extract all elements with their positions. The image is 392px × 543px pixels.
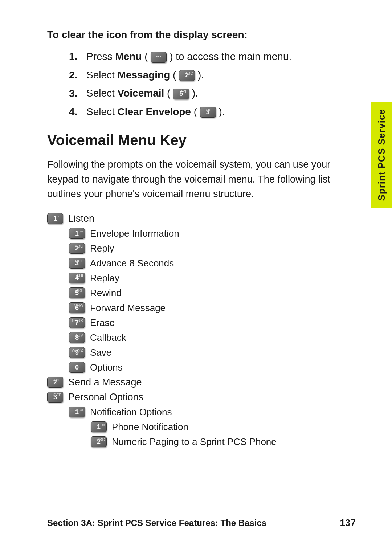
step-3: 3. Select Voicemail ( 5JKL ). [69,87,356,99]
voicemail-key: 5JKL [173,89,189,99]
key-personal-options: 3DEF [47,392,63,403]
menu-erase-label: Erase [90,317,115,328]
menu-notification-options: 1∞ Notification Options [69,407,356,418]
menu-envelope-info: 1∞ Envelope Information [69,228,356,239]
menu-advance: 3DEF Advance 8 Seconds [69,258,356,269]
menu-numeric-paging: 2ABC Numeric Paging to a Sprint PCS Phon… [91,436,356,448]
menu-forward: 6MNO Forward Message [69,302,356,314]
menu-options-label: Options [90,362,123,373]
menu-listen: 1∞ Listen [47,213,356,224]
key-rewind: 5JKL [69,287,85,298]
section-body: Following the prompts on the voicemail s… [47,157,356,201]
key-phone-notification: 1∞ [91,421,107,432]
menu-notification-options-label: Notification Options [90,407,172,418]
menu-advance-label: Advance 8 Seconds [90,258,174,269]
menu-rewind: 5JKL Rewind [69,287,356,299]
menu-send-message: 2ABC Send a Message [47,377,356,388]
menu-numeric-paging-label: Numeric Paging to a Sprint PCS Phone [112,436,277,448]
menu-save: 9WXYZ Save [69,347,356,358]
key-callback: 8TUV [69,332,85,343]
key-notification-options: 1∞ [69,407,85,417]
key-send-message: 2ABC [47,377,63,388]
messaging-key: 2ABC [179,70,195,81]
menu-callback-label: Callback [90,332,126,343]
side-tab-text: Sprint PCS Service [376,109,387,201]
footer-left: Section 3A: Sprint PCS Service Features:… [47,518,266,528]
key-envelope-info: 1∞ [69,228,85,239]
menu-tree: 1∞ Listen 1∞ Envelope Information 2ABC R… [47,213,356,448]
step-2-num: 2. [69,69,80,81]
menu-phone-notification-label: Phone Notification [112,421,188,433]
key-numeric-paging: 2ABC [91,436,107,447]
menu-save-label: Save [90,347,111,358]
menu-phone-notification: 1∞ Phone Notification [91,421,356,433]
clear-envelope-key: 3DEF [200,107,216,118]
key-forward: 6MNO [69,302,85,313]
menu-envelope-info-label: Envelope Information [90,228,179,239]
menu-replay: 4GHI Replay [69,273,356,284]
menu-erase: 7PQRS Erase [69,317,356,328]
step-4-num: 4. [69,106,80,118]
section-heading: Voicemail Menu Key [47,132,356,148]
menu-send-message-label: Send a Message [68,377,142,388]
menu-personal-options: 3DEF Personal Options [47,392,356,403]
intro-bold-heading: To clear the icon from the display scree… [47,29,356,41]
menu-reply: 2ABC Reply [69,243,356,254]
step-4-text: Select Clear Envelope ( 3DEF ). [86,106,225,118]
footer: Section 3A: Sprint PCS Service Features:… [0,511,392,528]
menu-forward-label: Forward Message [90,302,166,314]
key-save: 9WXYZ [69,347,85,358]
step-4: 4. Select Clear Envelope ( 3DEF ). [69,106,356,118]
page-container: Sprint PCS Service To clear the icon fro… [0,0,392,543]
side-tab: Sprint PCS Service [371,102,392,208]
key-listen: 1∞ [47,213,63,224]
step-2: 2. Select Messaging ( 2ABC ). [69,69,356,81]
key-erase: 7PQRS [69,317,85,328]
menu-personal-options-label: Personal Options [68,392,143,403]
footer-page: 137 [340,517,356,528]
key-reply: 2ABC [69,243,85,254]
step-2-text: Select Messaging ( 2ABC ). [86,69,204,81]
step-1-text: Press Menu ( ··· ) to access the main me… [86,51,291,63]
key-replay: 4GHI [69,273,85,283]
step-3-text: Select Voicemail ( 5JKL ). [86,87,198,99]
menu-options: 0— Options [69,362,356,373]
step-1: 1. Press Menu ( ··· ) to access the main… [69,51,356,63]
menu-callback: 8TUV Callback [69,332,356,343]
numbered-steps: 1. Press Menu ( ··· ) to access the main… [47,51,356,118]
key-options: 0— [69,362,85,373]
step-1-num: 1. [69,51,80,62]
menu-replay-label: Replay [90,273,119,284]
step-3-num: 3. [69,88,80,99]
menu-rewind-label: Rewind [90,287,122,299]
key-advance: 3DEF [69,258,85,269]
menu-listen-label: Listen [68,213,94,224]
menu-key: ··· [151,52,167,63]
menu-reply-label: Reply [90,243,114,254]
